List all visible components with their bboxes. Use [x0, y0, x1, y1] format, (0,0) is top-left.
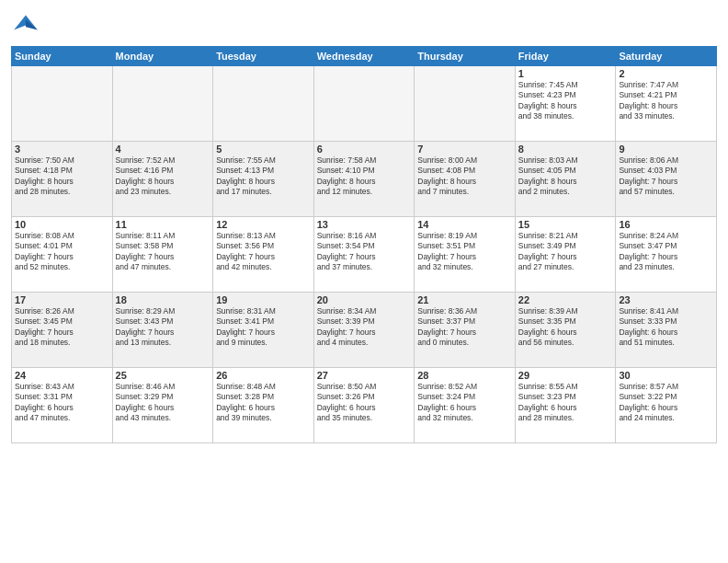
day-number: 7: [417, 144, 512, 155]
day-number: 16: [619, 219, 713, 230]
header: [11, 9, 717, 39]
day-info: Sunrise: 8:39 AM Sunset: 3:35 PM Dayligh…: [518, 306, 613, 349]
header-saturday: Saturday: [616, 47, 717, 66]
day-info: Sunrise: 7:55 AM Sunset: 4:13 PM Dayligh…: [216, 155, 311, 198]
day-info: Sunrise: 8:34 AM Sunset: 3:39 PM Dayligh…: [317, 306, 412, 349]
calendar-cell: 23Sunrise: 8:41 AM Sunset: 3:33 PM Dayli…: [616, 293, 717, 368]
day-info: Sunrise: 8:13 AM Sunset: 3:56 PM Dayligh…: [216, 231, 311, 273]
week-row-3: 10Sunrise: 8:08 AM Sunset: 4:01 PM Dayli…: [12, 217, 717, 293]
day-info: Sunrise: 8:24 AM Sunset: 3:47 PM Dayligh…: [619, 231, 713, 273]
calendar-cell: 11Sunrise: 8:11 AM Sunset: 3:58 PM Dayli…: [112, 217, 213, 293]
day-number: 25: [116, 370, 210, 381]
calendar-cell: 16Sunrise: 8:24 AM Sunset: 3:47 PM Dayli…: [616, 217, 717, 293]
header-monday: Monday: [112, 47, 213, 66]
header-sunday: Sunday: [12, 47, 113, 66]
header-wednesday: Wednesday: [313, 47, 415, 66]
day-number: 1: [518, 68, 613, 79]
day-number: 14: [417, 219, 512, 230]
calendar-cell: 3Sunrise: 7:50 AM Sunset: 4:18 PM Daylig…: [12, 142, 113, 217]
calendar-cell: 5Sunrise: 7:55 AM Sunset: 4:13 PM Daylig…: [213, 142, 314, 217]
day-number: 30: [619, 370, 713, 381]
day-number: 2: [619, 68, 713, 79]
day-number: 12: [216, 219, 311, 230]
day-number: 28: [417, 370, 512, 381]
day-number: 3: [15, 144, 109, 155]
calendar-cell: 8Sunrise: 8:03 AM Sunset: 4:05 PM Daylig…: [515, 142, 616, 217]
day-info: Sunrise: 8:52 AM Sunset: 3:24 PM Dayligh…: [417, 382, 512, 424]
day-number: 9: [619, 144, 713, 155]
logo: [11, 9, 44, 39]
day-info: Sunrise: 7:47 AM Sunset: 4:21 PM Dayligh…: [619, 80, 713, 122]
day-number: 23: [619, 294, 713, 305]
day-number: 5: [216, 144, 311, 155]
day-info: Sunrise: 7:52 AM Sunset: 4:16 PM Dayligh…: [116, 155, 210, 198]
day-info: Sunrise: 8:08 AM Sunset: 4:01 PM Dayligh…: [15, 231, 109, 273]
calendar-cell: 30Sunrise: 8:57 AM Sunset: 3:22 PM Dayli…: [616, 368, 717, 443]
day-info: Sunrise: 8:43 AM Sunset: 3:31 PM Dayligh…: [15, 382, 109, 424]
calendar-cell: 14Sunrise: 8:19 AM Sunset: 3:51 PM Dayli…: [415, 217, 516, 293]
calendar-cell: 1Sunrise: 7:45 AM Sunset: 4:23 PM Daylig…: [515, 66, 616, 142]
week-row-1: 1Sunrise: 7:45 AM Sunset: 4:23 PM Daylig…: [12, 66, 717, 142]
calendar-cell: 24Sunrise: 8:43 AM Sunset: 3:31 PM Dayli…: [12, 368, 113, 443]
day-number: 11: [116, 219, 210, 230]
day-info: Sunrise: 8:00 AM Sunset: 4:08 PM Dayligh…: [417, 155, 512, 198]
day-info: Sunrise: 8:06 AM Sunset: 4:03 PM Dayligh…: [619, 155, 713, 198]
day-number: 24: [15, 370, 109, 381]
calendar-cell: 17Sunrise: 8:26 AM Sunset: 3:45 PM Dayli…: [12, 293, 113, 368]
day-info: Sunrise: 8:57 AM Sunset: 3:22 PM Dayligh…: [619, 382, 713, 424]
header-thursday: Thursday: [415, 47, 516, 66]
day-number: 17: [15, 294, 109, 305]
calendar-cell: 7Sunrise: 8:00 AM Sunset: 4:08 PM Daylig…: [415, 142, 516, 217]
day-info: Sunrise: 8:50 AM Sunset: 3:26 PM Dayligh…: [317, 382, 412, 424]
calendar-cell: 19Sunrise: 8:31 AM Sunset: 3:41 PM Dayli…: [213, 293, 314, 368]
day-info: Sunrise: 7:50 AM Sunset: 4:18 PM Dayligh…: [15, 155, 109, 198]
day-info: Sunrise: 8:03 AM Sunset: 4:05 PM Dayligh…: [518, 155, 613, 198]
calendar-cell: [313, 66, 415, 142]
week-row-5: 24Sunrise: 8:43 AM Sunset: 3:31 PM Dayli…: [12, 368, 717, 443]
calendar-cell: 25Sunrise: 8:46 AM Sunset: 3:29 PM Dayli…: [112, 368, 213, 443]
day-info: Sunrise: 8:19 AM Sunset: 3:51 PM Dayligh…: [417, 231, 512, 273]
calendar-cell: 28Sunrise: 8:52 AM Sunset: 3:24 PM Dayli…: [415, 368, 516, 443]
day-number: 29: [518, 370, 613, 381]
day-number: 10: [15, 219, 109, 230]
logo-icon: [11, 9, 40, 39]
calendar-cell: 9Sunrise: 8:06 AM Sunset: 4:03 PM Daylig…: [616, 142, 717, 217]
day-info: Sunrise: 8:36 AM Sunset: 3:37 PM Dayligh…: [417, 306, 512, 349]
calendar-cell: 10Sunrise: 8:08 AM Sunset: 4:01 PM Dayli…: [12, 217, 113, 293]
calendar-cell: 29Sunrise: 8:55 AM Sunset: 3:23 PM Dayli…: [515, 368, 616, 443]
calendar-cell: [112, 66, 213, 142]
calendar-cell: 12Sunrise: 8:13 AM Sunset: 3:56 PM Dayli…: [213, 217, 314, 293]
calendar-cell: 13Sunrise: 8:16 AM Sunset: 3:54 PM Dayli…: [313, 217, 415, 293]
calendar-cell: 6Sunrise: 7:58 AM Sunset: 4:10 PM Daylig…: [313, 142, 415, 217]
day-info: Sunrise: 8:31 AM Sunset: 3:41 PM Dayligh…: [216, 306, 311, 349]
day-number: 21: [417, 294, 512, 305]
week-row-2: 3Sunrise: 7:50 AM Sunset: 4:18 PM Daylig…: [12, 142, 717, 217]
calendar-table: SundayMondayTuesdayWednesdayThursdayFrid…: [11, 46, 717, 443]
day-info: Sunrise: 7:45 AM Sunset: 4:23 PM Dayligh…: [518, 80, 613, 122]
header-tuesday: Tuesday: [213, 47, 314, 66]
day-number: 4: [116, 144, 210, 155]
day-number: 26: [216, 370, 311, 381]
day-info: Sunrise: 8:48 AM Sunset: 3:28 PM Dayligh…: [216, 382, 311, 424]
calendar-cell: 21Sunrise: 8:36 AM Sunset: 3:37 PM Dayli…: [415, 293, 516, 368]
header-row: SundayMondayTuesdayWednesdayThursdayFrid…: [12, 47, 717, 66]
calendar-cell: 2Sunrise: 7:47 AM Sunset: 4:21 PM Daylig…: [616, 66, 717, 142]
day-info: Sunrise: 8:16 AM Sunset: 3:54 PM Dayligh…: [317, 231, 412, 273]
day-number: 19: [216, 294, 311, 305]
day-info: Sunrise: 8:26 AM Sunset: 3:45 PM Dayligh…: [15, 306, 109, 349]
day-number: 20: [317, 294, 412, 305]
day-info: Sunrise: 8:11 AM Sunset: 3:58 PM Dayligh…: [116, 231, 210, 273]
calendar-cell: [213, 66, 314, 142]
day-info: Sunrise: 8:29 AM Sunset: 3:43 PM Dayligh…: [116, 306, 210, 349]
calendar-cell: 20Sunrise: 8:34 AM Sunset: 3:39 PM Dayli…: [313, 293, 415, 368]
calendar-cell: 15Sunrise: 8:21 AM Sunset: 3:49 PM Dayli…: [515, 217, 616, 293]
day-number: 13: [317, 219, 412, 230]
calendar-cell: 27Sunrise: 8:50 AM Sunset: 3:26 PM Dayli…: [313, 368, 415, 443]
day-info: Sunrise: 8:46 AM Sunset: 3:29 PM Dayligh…: [116, 382, 210, 424]
svg-marker-1: [26, 19, 38, 29]
day-info: Sunrise: 8:41 AM Sunset: 3:33 PM Dayligh…: [619, 306, 713, 349]
calendar-cell: [12, 66, 113, 142]
day-info: Sunrise: 8:21 AM Sunset: 3:49 PM Dayligh…: [518, 231, 613, 273]
calendar-cell: 4Sunrise: 7:52 AM Sunset: 4:16 PM Daylig…: [112, 142, 213, 217]
header-friday: Friday: [515, 47, 616, 66]
